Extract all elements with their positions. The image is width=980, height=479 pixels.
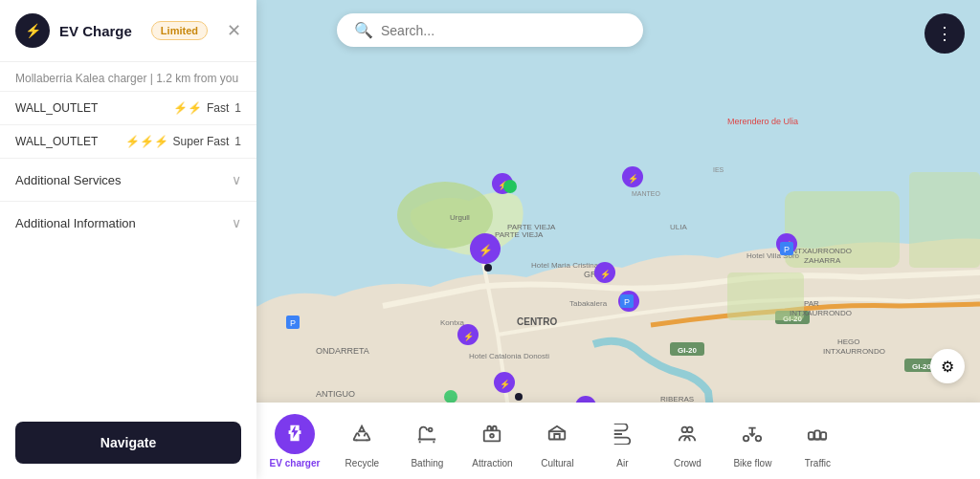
svg-text:⚡: ⚡ <box>479 243 493 257</box>
svg-rect-74 <box>484 430 501 441</box>
panel-subtitle: Mollaberria Kalea charger | 1.2 km from … <box>0 62 256 91</box>
svg-text:GI-20: GI-20 <box>678 346 698 355</box>
settings-icon: ⚙ <box>941 358 954 376</box>
ev-bolt-icon: ⚡ <box>25 23 41 38</box>
bathing-icon <box>407 414 447 454</box>
svg-text:PARTE VIEJA: PARTE VIEJA <box>495 230 544 239</box>
navigate-button[interactable]: Navigate <box>15 422 241 464</box>
panel-header: ⚡ EV Charge Limited ✕ <box>0 0 256 62</box>
status-badge: Limited <box>151 21 208 40</box>
ev-charger-icon <box>275 414 315 454</box>
cultural-icon <box>537 414 577 454</box>
recycle-icon <box>342 414 382 454</box>
svg-text:P: P <box>784 245 790 254</box>
svg-text:P: P <box>624 297 630 307</box>
nav-item-crowd[interactable]: Crowd <box>655 406 720 476</box>
svg-text:ZAHARRA: ZAHARRA <box>804 256 841 265</box>
svg-text:HEGO: HEGO <box>837 337 860 346</box>
search-icon: 🔍 <box>354 21 373 39</box>
svg-text:ONDARRETA: ONDARRETA <box>316 346 369 356</box>
close-button[interactable]: ✕ <box>227 20 241 41</box>
svg-point-59 <box>515 393 523 401</box>
svg-text:CENTRO: CENTRO <box>517 316 557 327</box>
additional-services-row[interactable]: Additional Services ∨ <box>0 158 256 201</box>
settings-button[interactable]: ⚙ <box>930 349 965 383</box>
svg-text:⚡: ⚡ <box>463 331 475 342</box>
nav-item-bathing[interactable]: Bathing <box>394 406 459 476</box>
svg-point-78 <box>744 435 749 441</box>
svg-point-58 <box>484 264 492 272</box>
nav-item-attraction[interactable]: Attraction <box>459 406 524 476</box>
outlet-name-1: WALL_OUTLET <box>15 101 173 115</box>
bathing-label: Bathing <box>411 458 443 468</box>
svg-text:Merendero de Ulia: Merendero de Ulia <box>727 117 798 126</box>
nav-item-air[interactable]: Air <box>590 406 655 476</box>
search-input[interactable] <box>381 23 626 38</box>
nav-item-recycle[interactable]: Recycle <box>329 406 394 476</box>
svg-text:Tabakalera: Tabakalera <box>569 299 608 308</box>
svg-text:ANTIGUO: ANTIGUO <box>316 389 355 399</box>
svg-text:Hotel Maria Cristina: Hotel Maria Cristina <box>531 261 599 270</box>
attraction-label: Attraction <box>472 458 512 468</box>
svg-point-57 <box>444 390 457 403</box>
svg-text:Hotel Catalonia Donosti: Hotel Catalonia Donosti <box>469 352 549 360</box>
svg-text:P: P <box>290 318 296 328</box>
outlet-name-2: WALL_OUTLET <box>15 135 125 148</box>
panel-header-left: ⚡ EV Charge <box>15 13 132 48</box>
crowd-icon <box>667 414 707 454</box>
nav-item-ev-charger[interactable]: EV charger <box>260 406 330 476</box>
svg-rect-8 <box>785 191 900 268</box>
svg-text:IES: IES <box>713 166 724 173</box>
air-icon <box>602 414 642 454</box>
side-panel: ⚡ EV Charge Limited ✕ Mollaberria Kalea … <box>0 0 256 479</box>
bolt-icon-2: ⚡⚡⚡ <box>125 135 168 148</box>
outlet-speed-1: ⚡⚡ Fast <box>173 101 229 115</box>
bolt-icon-1: ⚡⚡ <box>173 101 202 115</box>
bike-flow-icon <box>732 414 772 454</box>
additional-info-label: Additional Information <box>15 216 136 230</box>
nav-item-bike-flow[interactable]: Bike flow <box>720 406 785 476</box>
traffic-icon <box>797 414 837 454</box>
svg-point-56 <box>503 180 517 193</box>
more-button[interactable]: ⋮ <box>924 13 965 54</box>
svg-text:MANTEO: MANTEO <box>632 190 661 197</box>
svg-text:ULIA: ULIA <box>670 223 687 231</box>
svg-rect-80 <box>809 432 814 439</box>
svg-rect-81 <box>815 430 821 439</box>
nav-item-traffic[interactable]: Traffic <box>785 406 850 476</box>
nav-item-cultural[interactable]: Cultural <box>524 406 590 476</box>
speed-label-1: Fast <box>207 101 229 115</box>
speed-label-2: Super Fast <box>173 135 230 148</box>
outlet-count-1: 1 <box>234 101 241 115</box>
more-icon: ⋮ <box>936 23 954 44</box>
svg-rect-10 <box>909 172 980 268</box>
attraction-icon <box>472 414 512 454</box>
outlet-speed-2: ⚡⚡⚡ Super Fast <box>125 135 230 148</box>
ev-charger-label: EV charger <box>270 458 321 468</box>
svg-text:Urgull: Urgull <box>450 213 470 222</box>
svg-rect-82 <box>821 432 827 439</box>
air-label: Air <box>616 458 628 468</box>
recycle-label: Recycle <box>345 458 380 468</box>
chevron-down-icon-1: ∨ <box>232 172 241 187</box>
outlet-row-1: WALL_OUTLET ⚡⚡ Fast 1 <box>0 91 256 124</box>
outlet-count-2: 1 <box>234 135 241 148</box>
chevron-down-icon-2: ∨ <box>232 215 241 230</box>
ev-icon: ⚡ <box>15 13 50 48</box>
svg-text:⚡: ⚡ <box>600 269 612 280</box>
panel-title: EV Charge <box>59 23 132 39</box>
outlet-row-2: WALL_OUTLET ⚡⚡⚡ Super Fast 1 <box>0 124 256 158</box>
additional-info-row[interactable]: Additional Information ∨ <box>0 201 256 244</box>
additional-services-label: Additional Services <box>15 173 122 187</box>
svg-text:⚡: ⚡ <box>500 379 511 390</box>
svg-point-75 <box>491 434 495 438</box>
svg-text:INTXAURRONDO: INTXAURRONDO <box>790 309 852 317</box>
search-bar[interactable]: 🔍 <box>337 13 643 47</box>
svg-text:PAR: PAR <box>804 299 819 308</box>
cultural-label: Cultural <box>541 458 573 468</box>
crowd-label: Crowd <box>674 458 702 468</box>
svg-point-77 <box>687 426 693 432</box>
bike-flow-label: Bike flow <box>733 458 771 468</box>
svg-text:Kontxa: Kontxa <box>440 318 464 327</box>
traffic-label: Traffic <box>805 458 831 468</box>
